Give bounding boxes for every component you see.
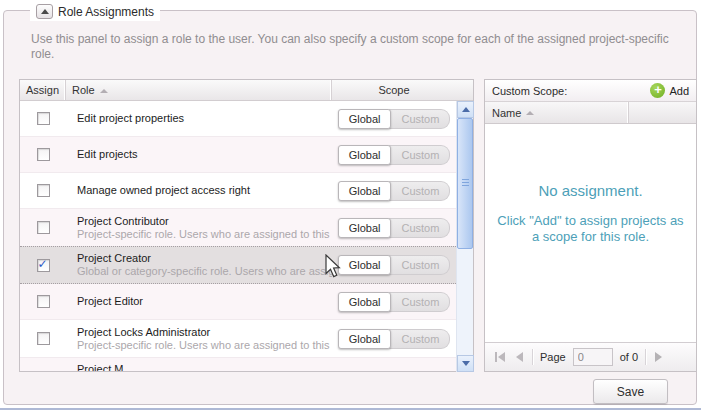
- assign-checkbox[interactable]: ✓: [37, 259, 50, 272]
- roles-grid: Assign Role Scope ✓ Edit project propert…: [19, 79, 474, 372]
- global-scope-button[interactable]: Global: [338, 292, 392, 312]
- scope-grid-header: Name: [485, 102, 696, 124]
- paging-toolbar: Page of 0: [485, 342, 696, 371]
- role-cell: Project Editor: [66, 284, 332, 319]
- grid-scrollbar[interactable]: [456, 101, 473, 372]
- column-header-name[interactable]: Name: [485, 102, 629, 123]
- role-row[interactable]: ✓ Edit project properties Global Custom: [20, 101, 456, 137]
- role-cell: Project Creator Global or category-speci…: [66, 247, 332, 283]
- role-description: Project-specific role. Users who are ass…: [77, 339, 332, 352]
- assign-checkbox[interactable]: ✓: [37, 184, 50, 197]
- assign-checkbox[interactable]: ✓: [37, 148, 50, 161]
- assign-checkbox[interactable]: ✓: [37, 112, 50, 125]
- scope-cell: Global Custom: [332, 209, 456, 246]
- assign-checkbox[interactable]: ✓: [37, 295, 50, 308]
- role-assignments-panel: Role Assignments Use this panel to assig…: [3, 10, 697, 405]
- role-description: Project-specific role. Users who are ass…: [77, 228, 332, 241]
- add-plus-icon: +: [650, 83, 665, 98]
- scope-cell: Global Custom: [332, 137, 456, 172]
- assign-cell: ✓: [20, 173, 66, 208]
- custom-scope-button[interactable]: Custom: [389, 145, 450, 165]
- panel-description: Use this panel to assign a role to the u…: [31, 32, 691, 62]
- scope-cell: Global Custom: [332, 173, 456, 208]
- scope-cell: Global Custom: [332, 247, 456, 283]
- page-label: Page: [540, 351, 566, 363]
- role-cell: Project M: [66, 358, 332, 371]
- role-row[interactable]: ✓ Project M Global Custom: [20, 358, 456, 371]
- global-scope-button[interactable]: Global: [338, 181, 392, 201]
- first-page-icon: [495, 352, 497, 362]
- scope-toggle: Global Custom: [338, 329, 451, 349]
- roles-grid-body: ✓ Edit project properties Global Custom …: [20, 101, 456, 371]
- role-name: Project Contributor: [77, 215, 332, 228]
- panel-legend: Role Assignments: [30, 2, 160, 21]
- custom-scope-panel: Custom Scope: + Add Name No assignment. …: [484, 79, 697, 372]
- global-scope-button[interactable]: Global: [338, 109, 392, 129]
- scope-cell: Global Custom: [332, 320, 456, 357]
- custom-scope-button[interactable]: Custom: [389, 292, 450, 312]
- add-button-label: Add: [669, 85, 689, 97]
- first-page-button[interactable]: [493, 350, 507, 364]
- assign-cell: ✓: [20, 247, 66, 283]
- column-header-spacer: [456, 80, 473, 100]
- scrollbar-thumb[interactable]: [457, 118, 473, 249]
- scope-cell: Global Custom: [332, 284, 456, 319]
- column-header-name-label: Name: [492, 107, 521, 119]
- scrollbar-up-button[interactable]: [457, 101, 474, 118]
- scroll-up-icon: [462, 107, 470, 112]
- role-name: Edit project properties: [77, 112, 332, 125]
- column-header-role[interactable]: Role: [66, 80, 332, 100]
- scope-toggle: Global Custom: [338, 181, 451, 201]
- role-row[interactable]: ✓ Project Editor Global Custom: [20, 284, 456, 320]
- global-scope-button[interactable]: Global: [338, 329, 392, 349]
- collapse-panel-button[interactable]: [36, 4, 53, 19]
- assign-checkbox[interactable]: ✓: [37, 221, 50, 234]
- role-row[interactable]: ✓ Project Contributor Project-specific r…: [20, 209, 456, 247]
- global-scope-button[interactable]: Global: [338, 218, 392, 238]
- scope-header-spacer: [629, 102, 696, 123]
- custom-scope-button[interactable]: Custom: [389, 218, 450, 238]
- scope-toggle: Global Custom: [338, 255, 451, 275]
- page-count-label: of 0: [620, 351, 638, 363]
- assign-cell: ✓: [20, 284, 66, 319]
- role-name: Manage owned project access right: [77, 184, 332, 197]
- role-row[interactable]: ✓ Project Creator Global or category-spe…: [20, 246, 456, 284]
- column-header-scope[interactable]: Scope: [332, 80, 456, 100]
- scope-empty-state: No assignment. Click "Add" to assign pro…: [485, 124, 696, 342]
- role-name: Project Locks Administrator: [77, 326, 332, 339]
- scope-cell: Global Custom: [332, 101, 456, 136]
- scroll-down-icon: [462, 361, 470, 366]
- custom-scope-button[interactable]: Custom: [389, 109, 450, 129]
- window-bottom-edge: [0, 408, 701, 410]
- custom-scope-button[interactable]: Custom: [389, 255, 450, 275]
- collapse-arrow-icon: [41, 9, 49, 14]
- role-row[interactable]: ✓ Edit projects Global Custom: [20, 137, 456, 173]
- next-page-button[interactable]: [653, 350, 664, 364]
- global-scope-button[interactable]: Global: [338, 255, 392, 275]
- empty-state-title: No assignment.: [538, 182, 642, 199]
- role-row[interactable]: ✓ Manage owned project access right Glob…: [20, 173, 456, 209]
- custom-scope-title: Custom Scope:: [492, 85, 567, 97]
- global-scope-button[interactable]: Global: [338, 145, 392, 165]
- scrollbar-down-button[interactable]: [457, 355, 474, 372]
- assign-checkbox[interactable]: ✓: [37, 332, 50, 345]
- previous-page-button[interactable]: [514, 350, 525, 364]
- role-name: Project Creator: [77, 252, 332, 265]
- custom-scope-header: Custom Scope: + Add: [485, 80, 696, 102]
- custom-scope-button[interactable]: Custom: [389, 181, 450, 201]
- column-header-assign[interactable]: Assign: [20, 80, 66, 100]
- page-number-input[interactable]: [573, 348, 613, 366]
- scope-toggle: Global Custom: [338, 109, 451, 129]
- roles-grid-header: Assign Role Scope: [20, 80, 473, 101]
- sort-asc-icon: [526, 111, 534, 115]
- custom-scope-button[interactable]: Custom: [389, 329, 450, 349]
- save-button[interactable]: Save: [593, 379, 668, 404]
- role-name: Project M: [77, 363, 332, 372]
- assign-cell: ✓: [20, 358, 66, 371]
- add-button[interactable]: + Add: [650, 83, 689, 98]
- role-cell: Edit project properties: [66, 101, 332, 136]
- empty-state-message: Click "Add" to assign projects as a scop…: [496, 213, 686, 245]
- role-name: Edit projects: [77, 148, 332, 161]
- next-page-icon: [655, 352, 662, 362]
- role-row[interactable]: ✓ Project Locks Administrator Project-sp…: [20, 320, 456, 358]
